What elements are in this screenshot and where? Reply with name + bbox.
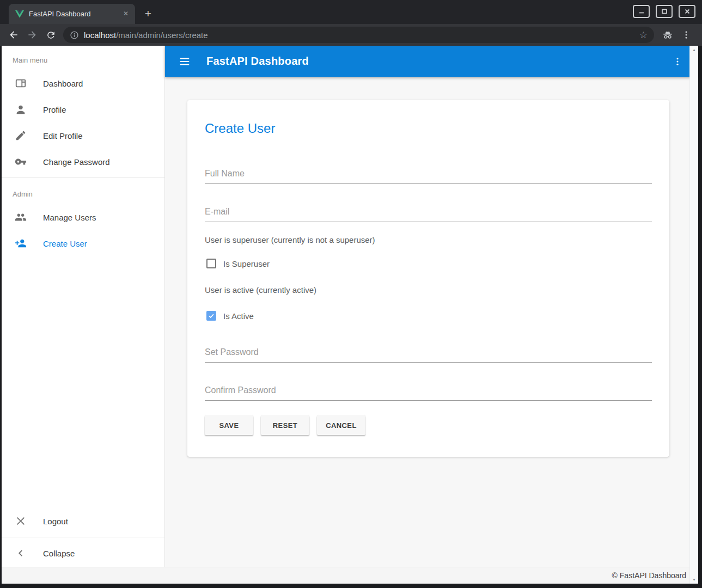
page-info-icon[interactable]: [70, 30, 79, 40]
tab-title: FastAPI Dashboard: [29, 10, 116, 18]
window-minimize-button[interactable]: [633, 5, 650, 18]
page-title: Create User: [205, 121, 652, 136]
confirm-password-field-wrap: [205, 382, 652, 401]
reload-icon[interactable]: [41, 26, 60, 44]
sidebar-item-change-password[interactable]: Change Password: [2, 149, 164, 175]
footer-copyright: © FastAPI Dashboard: [612, 571, 686, 580]
page: Main menu Dashboard: [2, 46, 698, 584]
is-superuser-checkbox[interactable]: [206, 259, 216, 268]
tab-close-icon[interactable]: ✕: [121, 9, 131, 19]
key-icon: [15, 156, 27, 168]
sidebar-item-label: Manage Users: [43, 213, 96, 222]
sidebar-item-label: Edit Profile: [43, 131, 83, 140]
sidebar-item-profile[interactable]: Profile: [2, 96, 164, 122]
tab-strip: FastAPI Dashboard ✕ +: [0, 0, 702, 24]
forward-icon[interactable]: [23, 26, 41, 44]
url-path: /main/admin/users/create: [116, 30, 207, 40]
confirm-password-input[interactable]: [205, 382, 652, 401]
browser-toolbar: localhost/main/admin/users/create ☆: [0, 24, 702, 46]
person-icon: [15, 103, 27, 115]
email-input[interactable]: [205, 204, 652, 222]
active-hint: User is active (currently active): [205, 285, 652, 295]
chevron-left-icon: [15, 547, 27, 559]
back-icon[interactable]: [4, 26, 23, 44]
url-text: localhost/main/admin/users/create: [84, 30, 208, 40]
bookmark-star-icon[interactable]: ☆: [639, 30, 648, 40]
person-add-icon: [15, 237, 27, 249]
scrollbar-down-icon[interactable]: ▼: [692, 578, 696, 581]
url-bar[interactable]: localhost/main/admin/users/create ☆: [63, 27, 654, 43]
is-active-row: Is Active: [206, 309, 652, 322]
sidebar-item-collapse[interactable]: Collapse: [2, 540, 164, 567]
dashboard-icon: [15, 77, 27, 89]
window-maximize-button[interactable]: [656, 5, 673, 18]
pencil-icon: [15, 130, 27, 142]
url-host: localhost: [84, 30, 116, 40]
hamburger-menu-icon[interactable]: [174, 51, 196, 72]
browser-tab[interactable]: FastAPI Dashboard ✕: [9, 4, 135, 24]
people-icon: [15, 211, 27, 223]
browser-menu-kebab-icon[interactable]: [677, 26, 695, 44]
sidebar-item-label: Change Password: [43, 157, 110, 167]
superuser-hint: User is superuser (currently is not a su…: [205, 235, 652, 244]
browser-window: FastAPI Dashboard ✕ +: [0, 0, 702, 588]
sidebar-section-main-menu: Main menu: [2, 46, 164, 70]
main-area: FastAPI Dashboard Create User: [165, 46, 698, 567]
set-password-input[interactable]: [205, 344, 652, 363]
form-buttons: SAVE RESET CANCEL: [205, 415, 652, 435]
sidebar-section-admin: Admin: [2, 180, 164, 204]
is-active-checkbox[interactable]: [206, 311, 216, 321]
content-area: Create User User is superuser (currently…: [165, 77, 698, 567]
sidebar-item-label: Logout: [43, 517, 68, 526]
app-bar-kebab-icon[interactable]: [668, 52, 687, 71]
window-controls: [633, 5, 695, 18]
sidebar-item-manage-users[interactable]: Manage Users: [2, 204, 164, 230]
create-user-card: Create User User is superuser (currently…: [187, 100, 669, 457]
app-bar-title: FastAPI Dashboard: [206, 55, 309, 68]
is-superuser-row: Is Superuser: [206, 257, 652, 270]
sidebar-divider: [2, 177, 164, 177]
full-name-input[interactable]: [205, 166, 652, 184]
email-field-wrap: [205, 204, 652, 222]
sidebar-item-label: Profile: [43, 105, 66, 114]
is-superuser-label[interactable]: Is Superuser: [223, 259, 270, 268]
sidebar-spacer: [2, 256, 164, 507]
sidebar-item-edit-profile[interactable]: Edit Profile: [2, 122, 164, 149]
is-active-label[interactable]: Is Active: [223, 311, 254, 321]
save-button[interactable]: SAVE: [205, 415, 253, 435]
incognito-icon: [658, 26, 677, 44]
cancel-button[interactable]: CANCEL: [317, 415, 365, 435]
set-password-field-wrap: [205, 344, 652, 363]
page-footer: © FastAPI Dashboard: [2, 567, 698, 584]
vue-logo-icon: [15, 10, 24, 18]
checkmark-icon: [207, 312, 215, 320]
scrollbar[interactable]: ▲ ▼: [689, 46, 698, 584]
sidebar-item-dashboard[interactable]: Dashboard: [2, 70, 164, 96]
scrollbar-up-icon[interactable]: ▲: [692, 48, 696, 52]
sidebar-item-label: Create User: [43, 239, 87, 248]
new-tab-button[interactable]: +: [141, 6, 156, 21]
sidebar-divider: [2, 537, 164, 537]
full-name-field-wrap: [205, 166, 652, 184]
sidebar-item-label: Collapse: [43, 549, 75, 558]
window-close-button[interactable]: [679, 5, 695, 18]
sidebar-item-label: Dashboard: [43, 79, 83, 88]
app-bar: FastAPI Dashboard: [165, 46, 698, 77]
close-icon: [15, 515, 27, 527]
sidebar-item-logout[interactable]: Logout: [2, 507, 164, 535]
sidebar-item-create-user[interactable]: Create User: [2, 230, 164, 256]
sidebar: Main menu Dashboard: [2, 46, 165, 567]
reset-button[interactable]: RESET: [261, 415, 309, 435]
